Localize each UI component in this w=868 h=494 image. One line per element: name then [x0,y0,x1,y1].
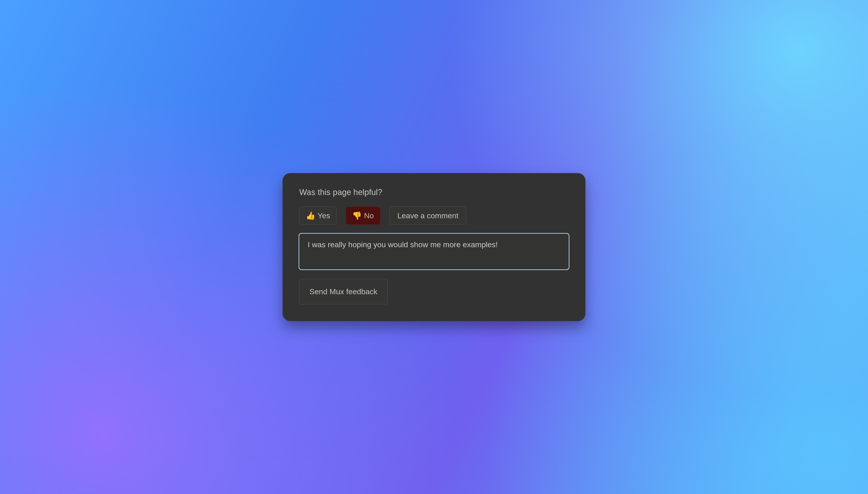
yes-button[interactable]: 👍 Yes [299,207,337,225]
feedback-card: Was this page helpful? 👍 Yes 👎 No Leave … [283,173,585,321]
send-feedback-button[interactable]: Send Mux feedback [299,279,388,304]
leave-comment-button[interactable]: Leave a comment [390,207,466,225]
yes-no-group: 👍 Yes 👎 No [299,207,380,225]
no-button[interactable]: 👎 No [346,207,380,225]
no-label: No [364,212,374,220]
thumbs-up-icon: 👍 [306,212,315,220]
leave-comment-label: Leave a comment [397,212,458,220]
thumbs-down-icon: 👎 [352,212,362,220]
feedback-prompt: Was this page helpful? [299,188,569,197]
feedback-textarea[interactable] [299,234,569,269]
yes-label: Yes [318,212,330,220]
send-feedback-label: Send Mux feedback [309,287,377,296]
feedback-button-row: 👍 Yes 👎 No Leave a comment [299,207,569,225]
